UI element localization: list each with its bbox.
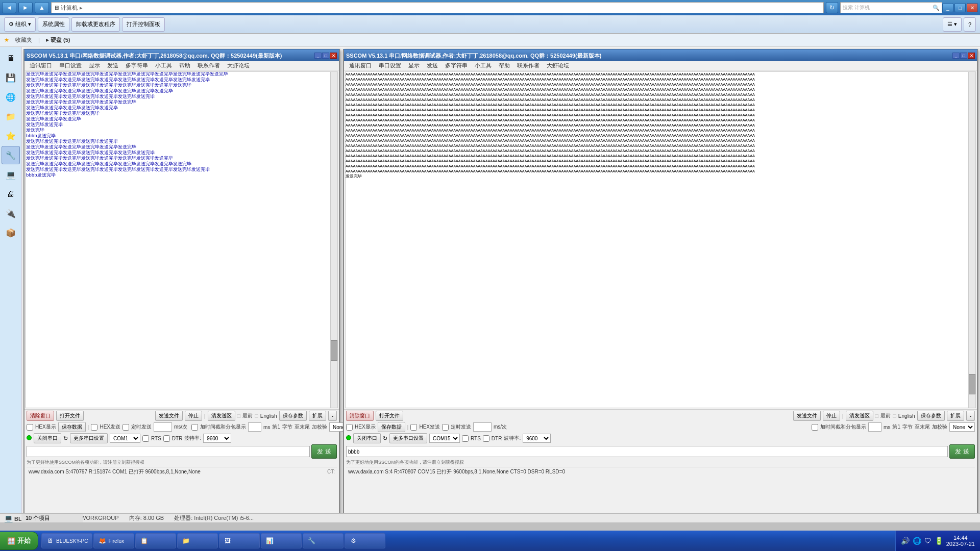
hex-send-chk-right[interactable] bbox=[410, 424, 417, 431]
auto-return-chk-left[interactable] bbox=[191, 424, 198, 431]
uninstall-button[interactable]: 卸载或更改程序 bbox=[71, 17, 120, 32]
sscom-right-scroll-thumb[interactable] bbox=[969, 374, 975, 394]
send-file-btn-left[interactable]: 发送文件 bbox=[155, 411, 183, 421]
timed-send-chk-right[interactable] bbox=[442, 424, 449, 431]
sscom-left-terminal[interactable]: 发送完毕发送完毕发送完毕发送完毕发送完毕发送完毕发送完毕发送完毕发送完毕发送完毕… bbox=[26, 71, 338, 408]
sidebar-icon-1[interactable]: 💾 bbox=[2, 68, 20, 87]
taskbar-app-4[interactable]: 🖼 bbox=[219, 533, 260, 548]
send-file-btn-right[interactable]: 发送文件 bbox=[793, 411, 821, 421]
sidebar-icon-5[interactable]: 🔧 bbox=[2, 146, 20, 164]
clear-window-btn-left[interactable]: 清除窗口 bbox=[27, 411, 54, 421]
taskbar-app-5[interactable]: 📊 bbox=[261, 533, 302, 548]
menu-display-right[interactable]: 显示 bbox=[405, 61, 423, 70]
organize-button[interactable]: ⚙ 组织 ▾ bbox=[4, 17, 36, 32]
baud-select-left[interactable]: 9600 bbox=[203, 434, 231, 443]
taskbar-app-1[interactable]: 🦊 Firefox bbox=[93, 533, 134, 548]
sscom-right-close[interactable]: ✕ bbox=[968, 53, 975, 59]
taskbar-app-2[interactable]: 📋 bbox=[135, 533, 176, 548]
expand-btn-right[interactable]: 扩展 bbox=[947, 411, 964, 421]
send-btn-left[interactable]: 发 送 bbox=[311, 444, 337, 459]
hex-show-chk-right[interactable] bbox=[346, 424, 353, 431]
auto-return-chk-right[interactable] bbox=[812, 424, 818, 431]
forward-button[interactable]: ► bbox=[18, 2, 33, 13]
clear-send-btn-right[interactable]: 清发送区 bbox=[846, 411, 873, 421]
dtr-chk-left[interactable] bbox=[163, 435, 170, 442]
close-port-btn-right[interactable]: 关闭串口 bbox=[353, 433, 381, 443]
timed-send-chk-left[interactable] bbox=[122, 424, 129, 431]
address-input[interactable]: 🖥 计算机 ▸ bbox=[51, 2, 824, 13]
sscom-left-scrollbar[interactable] bbox=[330, 72, 337, 408]
save-data-btn-left[interactable]: 保存数据 bbox=[58, 422, 86, 432]
baud-select-right[interactable]: 9600 bbox=[523, 434, 551, 443]
tray-icon-0[interactable]: 🔊 bbox=[901, 537, 910, 545]
menu-contact-left[interactable]: 联系作者 bbox=[194, 61, 223, 70]
sscom-right-terminal[interactable]: AAAAAAAAAAAAAAAAAAAAAAAAAAAAAAAAAAAAAAAA… bbox=[345, 71, 976, 408]
menu-port-settings-left[interactable]: 串口设置 bbox=[56, 61, 85, 70]
menu-forum-left[interactable]: 大虾论坛 bbox=[224, 61, 253, 70]
sscom-right-scrollbar[interactable] bbox=[968, 72, 975, 408]
sscom-left-close[interactable]: ✕ bbox=[330, 53, 337, 59]
sscom-left-scroll-thumb[interactable] bbox=[331, 340, 337, 361]
open-file-btn-right[interactable]: 打开文件 bbox=[376, 411, 403, 421]
open-file-btn-left[interactable]: 打开文件 bbox=[56, 411, 84, 421]
send-input-right[interactable] bbox=[346, 446, 948, 457]
menu-multistr-left[interactable]: 多字符串 bbox=[122, 61, 151, 70]
taskbar-app-3[interactable]: 📁 bbox=[177, 533, 218, 548]
save-param-btn-left[interactable]: 保存参数 bbox=[279, 411, 307, 421]
menu-tools-right[interactable]: 小工具 bbox=[472, 61, 495, 70]
search-box[interactable]: 搜索 计算机 🔍 bbox=[840, 2, 942, 13]
minimize-button[interactable]: _ bbox=[942, 3, 953, 12]
timed-interval-left[interactable]: 900 bbox=[154, 422, 172, 432]
send-btn-right[interactable]: 发 送 bbox=[949, 444, 975, 459]
sidebar-icon-0[interactable]: 🖥 bbox=[2, 49, 20, 67]
start-button[interactable]: 🪟 开始 bbox=[0, 532, 38, 550]
menu-comm-window-right[interactable]: 通讯窗口 bbox=[346, 61, 375, 70]
menu-comm-window-left[interactable]: 通讯窗口 bbox=[27, 61, 55, 70]
sidebar-icon-3[interactable]: 📁 bbox=[2, 107, 20, 126]
menu-multistr-right[interactable]: 多字符串 bbox=[442, 61, 471, 70]
stop-btn-right[interactable]: 停止 bbox=[823, 411, 840, 421]
sidebar-icon-9[interactable]: 📦 bbox=[2, 223, 20, 242]
more-port-btn-left[interactable]: 更多串口设置 bbox=[70, 433, 108, 443]
sscom-right-max[interactable]: □ bbox=[960, 53, 967, 59]
sscom-left-max[interactable]: □ bbox=[322, 53, 329, 59]
hex-send-chk-left[interactable] bbox=[91, 424, 97, 431]
check-type-select-right[interactable]: None bbox=[949, 422, 975, 432]
properties-button[interactable]: 系统属性 bbox=[38, 17, 69, 32]
minimize-btn-right[interactable]: - bbox=[966, 411, 975, 421]
refresh-button[interactable]: ↻ bbox=[826, 2, 838, 13]
close-button[interactable]: ✕ bbox=[967, 3, 978, 12]
dtr-chk-right[interactable] bbox=[483, 435, 489, 442]
taskbar-app-7[interactable]: ⚙ bbox=[345, 533, 385, 548]
rts-chk-right[interactable] bbox=[462, 435, 469, 442]
sidebar-icon-4[interactable]: ⭐ bbox=[2, 127, 20, 145]
back-button[interactable]: ◄ bbox=[2, 2, 16, 13]
save-param-btn-right[interactable]: 保存参数 bbox=[917, 411, 945, 421]
search-icon[interactable]: 🔍 bbox=[933, 5, 940, 11]
stop-btn-left[interactable]: 停止 bbox=[185, 411, 202, 421]
interval-ms-left[interactable]: 20 bbox=[248, 422, 261, 432]
timed-interval-right[interactable]: 100 bbox=[473, 422, 492, 432]
views-button[interactable]: ☰ ▾ bbox=[943, 17, 962, 32]
close-port-btn-left[interactable]: 关闭串口 bbox=[34, 433, 61, 443]
send-input-left[interactable] bbox=[27, 446, 310, 457]
menu-forum-right[interactable]: 大虾论坛 bbox=[544, 61, 572, 70]
control-panel-button[interactable]: 打开控制面板 bbox=[122, 17, 165, 32]
sidebar-icon-6[interactable]: 💻 bbox=[2, 165, 20, 184]
clear-window-btn-right[interactable]: 清除窗口 bbox=[346, 411, 374, 421]
port-select-left[interactable]: COM1 bbox=[110, 434, 140, 443]
menu-port-settings-right[interactable]: 串口设置 bbox=[376, 61, 404, 70]
sidebar-icon-7[interactable]: 🖨 bbox=[2, 185, 20, 203]
menu-contact-right[interactable]: 联系作者 bbox=[514, 61, 543, 70]
menu-help-left[interactable]: 帮助 bbox=[176, 61, 193, 70]
save-data-btn-right[interactable]: 保存数据 bbox=[378, 422, 405, 432]
maximize-button[interactable]: □ bbox=[954, 3, 966, 12]
more-port-btn-right[interactable]: 更多串口设置 bbox=[389, 433, 427, 443]
tray-icon-2[interactable]: 🛡 bbox=[924, 537, 932, 545]
sidebar-icon-2[interactable]: 🌐 bbox=[2, 88, 20, 106]
sscom-left-min[interactable]: _ bbox=[314, 53, 322, 59]
interval-ms-right[interactable]: 20 bbox=[868, 422, 881, 432]
rts-chk-left[interactable] bbox=[142, 435, 149, 442]
menu-send-right[interactable]: 发送 bbox=[424, 61, 441, 70]
taskbar-app-0[interactable]: 🖥 BLUESKY-PC bbox=[41, 533, 92, 548]
